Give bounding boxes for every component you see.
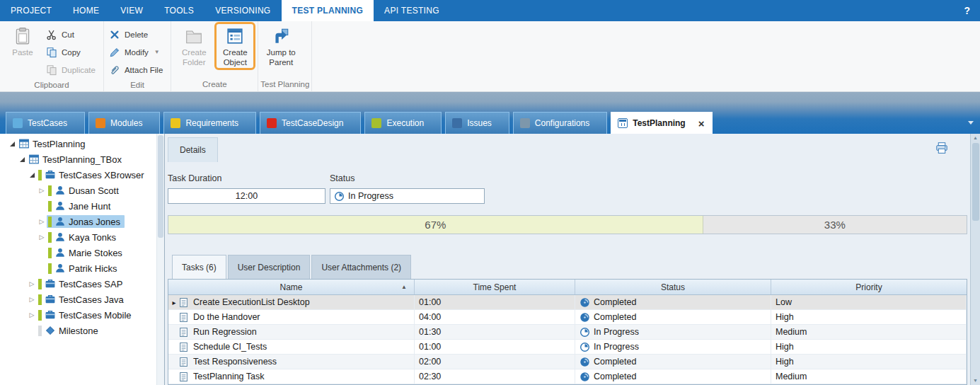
cut-button[interactable]: Cut: [43, 25, 101, 43]
cut-icon: [46, 29, 57, 40]
collapsed-node-arrow-icon[interactable]: ▷: [37, 234, 47, 241]
tree-item-jonas-jones[interactable]: ▷Jonas Jones: [0, 214, 156, 229]
tab-testcases[interactable]: TestCases: [6, 112, 85, 134]
task-duration-input[interactable]: 12:00: [168, 188, 325, 204]
table-row-testplanning-task[interactable]: TestPlanning Task02:30CompletedMedium: [168, 369, 967, 384]
tab-testcasedesign[interactable]: TestCaseDesign: [260, 112, 361, 134]
modify-dropdown-icon[interactable]: ▼: [154, 49, 160, 55]
tree-item-label: TestPlanning_TBox: [42, 154, 122, 165]
task-document-icon: [178, 327, 189, 338]
scroll-down-icon[interactable]: ▼: [973, 377, 978, 384]
menu-item-project[interactable]: PROJECT: [0, 0, 62, 21]
print-icon[interactable]: [935, 142, 949, 155]
cell-time-spent: 02:00: [415, 355, 575, 369]
expanded-node-arrow-icon[interactable]: [7, 142, 17, 146]
cell-name: Test Responsiveness: [168, 355, 415, 369]
cell-priority: High: [771, 310, 967, 324]
table-row-test-responsiveness[interactable]: Test Responsiveness02:00CompletedHigh: [168, 355, 967, 369]
status-bar-icon: [38, 279, 42, 289]
tabstrip-dropdown-icon[interactable]: [968, 121, 974, 125]
menu-item-api-testing[interactable]: API TESTING: [374, 0, 450, 21]
tree-item-testplanning-tbox[interactable]: TestPlanning_TBox: [0, 151, 156, 167]
collapsed-node-arrow-icon[interactable]: ▷: [27, 311, 37, 318]
table-row-do-the-handover[interactable]: Do the Handover04:00CompletedHigh: [168, 310, 967, 325]
tree-scrollbar[interactable]: [156, 134, 164, 385]
collapsed-node-arrow-icon[interactable]: ▷: [27, 296, 37, 303]
tree-item-label: TestCases Mobile: [59, 310, 132, 321]
table-row-schedule-ci-tests[interactable]: Schedule CI_Tests01:00In ProgressHigh: [168, 340, 967, 355]
tree-item-testcases-java[interactable]: ▷TestCases Java: [0, 292, 156, 307]
menu-item-view[interactable]: VIEW: [110, 0, 154, 21]
issues-tab-icon: [452, 118, 462, 128]
duplicate-button[interactable]: Duplicate: [43, 61, 101, 79]
tasks-table: Name▲Time SpentStatusPriority ▸Create Ex…: [168, 279, 967, 385]
tree-item-label: Jonas Jones: [69, 217, 120, 227]
tab-configurations[interactable]: Configurations: [513, 112, 607, 134]
subtab-user-attachments-2[interactable]: User Attachments (2): [311, 255, 411, 279]
modify-icon: [109, 47, 120, 58]
tree-item-milestone[interactable]: Milestone: [0, 323, 156, 338]
tab-modules[interactable]: Modules: [88, 112, 160, 134]
cell-status: In Progress: [575, 325, 771, 339]
status-input[interactable]: In Progress: [330, 188, 485, 204]
menu-item-tools[interactable]: TOOLS: [154, 0, 204, 21]
create-object-button[interactable]: Create Object: [214, 22, 255, 70]
tree-item-testcases-xbrowser[interactable]: TestCases XBrowser: [0, 167, 156, 183]
cell-status: Completed: [575, 295, 771, 309]
tree-item-testcases-sap[interactable]: ▷TestCases SAP: [0, 276, 156, 292]
create-folder-button[interactable]: Create Folder: [173, 22, 214, 70]
attach-file-button[interactable]: Attach File: [106, 61, 168, 79]
modify-button[interactable]: Modify ▼: [106, 43, 168, 61]
scroll-up-icon[interactable]: ▲: [973, 134, 978, 142]
tab-execution[interactable]: Execution: [364, 112, 442, 134]
edit-small-buttons: Delete Modify ▼ Attach File: [106, 22, 168, 79]
menu-item-test-planning[interactable]: TEST PLANNING: [282, 0, 374, 21]
tree-node-content: TestPlanning_TBox: [27, 153, 126, 166]
tree-item-jane-hunt[interactable]: Jane Hunt: [0, 198, 156, 214]
planning-icon: [18, 138, 30, 149]
tree-item-kaya-tonks[interactable]: ▷Kaya Tonks: [0, 229, 156, 245]
jump-to-parent-button[interactable]: Jump to Parent: [260, 22, 301, 70]
tab-label: Modules: [110, 118, 142, 128]
column-header-status[interactable]: Status: [575, 280, 771, 294]
task-document-icon: [178, 372, 189, 382]
help-button[interactable]: ?: [954, 0, 980, 21]
table-row-create-executionlist-desktop[interactable]: ▸Create ExecutionList Desktop01:00Comple…: [168, 295, 967, 310]
tab-issues[interactable]: Issues: [445, 112, 509, 134]
collapsed-node-arrow-icon[interactable]: ▷: [27, 280, 37, 287]
detail-scrollbar[interactable]: ▲ ▼: [970, 134, 980, 385]
expanded-node-arrow-icon[interactable]: [17, 157, 27, 162]
column-header-priority[interactable]: Priority: [771, 280, 967, 294]
column-header-time-spent[interactable]: Time Spent: [415, 280, 575, 294]
copy-button[interactable]: Copy: [43, 43, 101, 61]
tree-item-testplanning[interactable]: TestPlanning: [0, 136, 156, 151]
delete-button[interactable]: Delete: [106, 25, 168, 43]
tree-scrollbar-thumb[interactable]: [158, 135, 163, 238]
tree-item-dusan-scott[interactable]: ▷Dusan Scott: [0, 183, 156, 198]
table-header: Name▲Time SpentStatusPriority: [168, 280, 967, 295]
close-tab-icon[interactable]: ×: [698, 118, 705, 129]
menu-item-versioning[interactable]: VERSIONING: [204, 0, 281, 21]
tree-item-testcases-mobile[interactable]: ▷TestCases Mobile: [0, 307, 156, 323]
configurations-tab-icon: [520, 118, 530, 128]
group-label-clipboard: Clipboard: [2, 79, 101, 92]
tree-item-patrik-hicks[interactable]: Patrik Hicks: [0, 260, 156, 276]
tree-item-marie-stokes[interactable]: Marie Stokes: [0, 245, 156, 260]
tab-requirements[interactable]: Requirements: [163, 112, 256, 134]
collapsed-node-arrow-icon[interactable]: ▷: [37, 187, 47, 194]
menu-item-home[interactable]: HOME: [62, 0, 110, 21]
subtab-user-description[interactable]: User Description: [228, 255, 311, 279]
table-row-run-regression[interactable]: Run Regression01:30In ProgressMedium: [168, 325, 967, 340]
paste-button[interactable]: Paste: [2, 22, 43, 59]
subtab-tasks-6[interactable]: Tasks (6): [172, 255, 226, 279]
column-header-name[interactable]: Name▲: [168, 280, 415, 294]
tab-testplanning[interactable]: TestPlanning×: [611, 112, 713, 134]
tab-label: TestPlanning: [633, 118, 685, 128]
detail-scrollbar-thumb[interactable]: [972, 143, 979, 221]
tab-details[interactable]: Details: [168, 137, 218, 162]
collapsed-node-arrow-icon[interactable]: ▷: [37, 218, 47, 225]
cell-status: Completed: [575, 355, 771, 369]
testcases-tab-icon: [13, 118, 23, 128]
expanded-node-arrow-icon[interactable]: [27, 173, 37, 178]
create-object-icon: [226, 27, 244, 45]
